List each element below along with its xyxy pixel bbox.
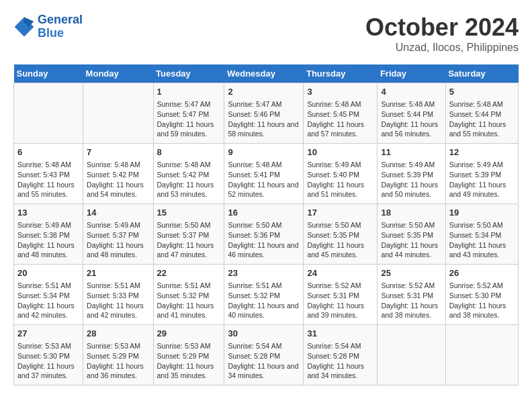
- calendar-cell: 18Sunrise: 5:50 AM Sunset: 5:35 PM Dayli…: [378, 204, 445, 265]
- calendar-cell: 24Sunrise: 5:52 AM Sunset: 5:31 PM Dayli…: [304, 265, 378, 325]
- day-number: 31: [307, 328, 373, 340]
- cell-content: Sunrise: 5:48 AM Sunset: 5:41 PM Dayligh…: [228, 160, 300, 199]
- calendar-cell: 22Sunrise: 5:51 AM Sunset: 5:32 PM Dayli…: [153, 265, 224, 325]
- header-cell-thursday: Thursday: [304, 64, 378, 83]
- calendar-cell: 11Sunrise: 5:49 AM Sunset: 5:39 PM Dayli…: [378, 144, 445, 204]
- calendar-cell: 20Sunrise: 5:51 AM Sunset: 5:34 PM Dayli…: [14, 265, 83, 325]
- week-row-4: 20Sunrise: 5:51 AM Sunset: 5:34 PM Dayli…: [14, 265, 519, 325]
- cell-content: Sunrise: 5:50 AM Sunset: 5:34 PM Dayligh…: [449, 220, 515, 260]
- calendar-cell: 8Sunrise: 5:48 AM Sunset: 5:42 PM Daylig…: [153, 144, 224, 204]
- logo-line2: Blue: [38, 26, 64, 40]
- cell-content: Sunrise: 5:53 AM Sunset: 5:30 PM Dayligh…: [17, 341, 79, 381]
- calendar-cell: 17Sunrise: 5:50 AM Sunset: 5:35 PM Dayli…: [304, 204, 378, 265]
- cell-content: Sunrise: 5:53 AM Sunset: 5:29 PM Dayligh…: [87, 341, 149, 381]
- cell-content: Sunrise: 5:50 AM Sunset: 5:37 PM Dayligh…: [157, 220, 221, 260]
- calendar-cell: 25Sunrise: 5:52 AM Sunset: 5:31 PM Dayli…: [378, 265, 445, 325]
- day-number: 6: [17, 146, 79, 158]
- cell-content: Sunrise: 5:52 AM Sunset: 5:31 PM Dayligh…: [381, 281, 441, 320]
- logo-icon: [13, 16, 35, 38]
- calendar-cell: 29Sunrise: 5:53 AM Sunset: 5:29 PM Dayli…: [153, 325, 224, 385]
- cell-content: Sunrise: 5:54 AM Sunset: 5:28 PM Dayligh…: [307, 341, 373, 381]
- calendar-cell: [378, 325, 445, 385]
- calendar-cell: 27Sunrise: 5:53 AM Sunset: 5:30 PM Dayli…: [14, 325, 83, 385]
- week-row-2: 6Sunrise: 5:48 AM Sunset: 5:43 PM Daylig…: [14, 144, 519, 204]
- cell-content: Sunrise: 5:48 AM Sunset: 5:42 PM Dayligh…: [157, 160, 221, 199]
- day-number: 4: [381, 86, 441, 98]
- day-number: 21: [87, 267, 149, 279]
- day-number: 10: [307, 146, 373, 158]
- calendar-cell: 5Sunrise: 5:48 AM Sunset: 5:44 PM Daylig…: [445, 83, 518, 144]
- day-number: 24: [307, 267, 373, 279]
- day-number: 29: [157, 328, 221, 340]
- day-number: 30: [228, 328, 300, 340]
- page-header: General Blue October 2024 Unzad, Ilocos,…: [13, 13, 519, 54]
- day-number: 28: [87, 328, 149, 340]
- page-title: October 2024: [365, 13, 519, 42]
- calendar-cell: 28Sunrise: 5:53 AM Sunset: 5:29 PM Dayli…: [83, 325, 153, 385]
- header-cell-wednesday: Wednesday: [224, 64, 304, 83]
- calendar-cell: [445, 325, 518, 385]
- cell-content: Sunrise: 5:50 AM Sunset: 5:36 PM Dayligh…: [228, 220, 300, 260]
- calendar-cell: 21Sunrise: 5:51 AM Sunset: 5:33 PM Dayli…: [83, 265, 153, 325]
- day-number: 25: [381, 267, 441, 279]
- header-cell-monday: Monday: [83, 64, 153, 83]
- cell-content: Sunrise: 5:51 AM Sunset: 5:34 PM Dayligh…: [17, 281, 79, 320]
- cell-content: Sunrise: 5:48 AM Sunset: 5:42 PM Dayligh…: [87, 160, 149, 199]
- calendar-cell: [14, 83, 83, 144]
- calendar-cell: 15Sunrise: 5:50 AM Sunset: 5:37 PM Dayli…: [153, 204, 224, 265]
- page-subtitle: Unzad, Ilocos, Philippines: [365, 42, 519, 54]
- day-number: 7: [87, 146, 149, 158]
- cell-content: Sunrise: 5:50 AM Sunset: 5:35 PM Dayligh…: [381, 220, 441, 260]
- cell-content: Sunrise: 5:47 AM Sunset: 5:47 PM Dayligh…: [157, 99, 221, 139]
- day-number: 13: [17, 207, 79, 219]
- cell-content: Sunrise: 5:49 AM Sunset: 5:39 PM Dayligh…: [449, 160, 515, 199]
- header-cell-tuesday: Tuesday: [153, 64, 224, 83]
- day-number: 1: [157, 86, 221, 98]
- header-cell-friday: Friday: [378, 64, 445, 83]
- calendar-cell: 14Sunrise: 5:49 AM Sunset: 5:37 PM Dayli…: [83, 204, 153, 265]
- week-row-5: 27Sunrise: 5:53 AM Sunset: 5:30 PM Dayli…: [14, 325, 519, 385]
- calendar-cell: 9Sunrise: 5:48 AM Sunset: 5:41 PM Daylig…: [224, 144, 304, 204]
- cell-content: Sunrise: 5:49 AM Sunset: 5:39 PM Dayligh…: [381, 160, 441, 199]
- calendar-cell: 12Sunrise: 5:49 AM Sunset: 5:39 PM Dayli…: [445, 144, 518, 204]
- title-block: October 2024 Unzad, Ilocos, Philippines: [365, 13, 519, 54]
- week-row-3: 13Sunrise: 5:49 AM Sunset: 5:38 PM Dayli…: [14, 204, 519, 265]
- cell-content: Sunrise: 5:48 AM Sunset: 5:44 PM Dayligh…: [449, 99, 515, 139]
- logo-text: General Blue: [38, 13, 83, 40]
- cell-content: Sunrise: 5:48 AM Sunset: 5:44 PM Dayligh…: [381, 99, 441, 139]
- cell-content: Sunrise: 5:47 AM Sunset: 5:46 PM Dayligh…: [228, 99, 300, 139]
- cell-content: Sunrise: 5:52 AM Sunset: 5:31 PM Dayligh…: [307, 281, 373, 320]
- cell-content: Sunrise: 5:49 AM Sunset: 5:38 PM Dayligh…: [17, 220, 79, 260]
- day-number: 20: [17, 267, 79, 279]
- cell-content: Sunrise: 5:48 AM Sunset: 5:45 PM Dayligh…: [307, 99, 373, 139]
- day-number: 16: [228, 207, 300, 219]
- cell-content: Sunrise: 5:53 AM Sunset: 5:29 PM Dayligh…: [157, 341, 221, 381]
- calendar-cell: 10Sunrise: 5:49 AM Sunset: 5:40 PM Dayli…: [304, 144, 378, 204]
- cell-content: Sunrise: 5:52 AM Sunset: 5:30 PM Dayligh…: [449, 281, 515, 320]
- cell-content: Sunrise: 5:49 AM Sunset: 5:37 PM Dayligh…: [87, 220, 149, 260]
- logo: General Blue: [13, 13, 83, 40]
- header-cell-saturday: Saturday: [445, 64, 518, 83]
- header-row: SundayMondayTuesdayWednesdayThursdayFrid…: [14, 64, 519, 83]
- calendar-cell: 1Sunrise: 5:47 AM Sunset: 5:47 PM Daylig…: [153, 83, 224, 144]
- day-number: 3: [307, 86, 373, 98]
- calendar-cell: 16Sunrise: 5:50 AM Sunset: 5:36 PM Dayli…: [224, 204, 304, 265]
- calendar-cell: 13Sunrise: 5:49 AM Sunset: 5:38 PM Dayli…: [14, 204, 83, 265]
- day-number: 23: [228, 267, 300, 279]
- day-number: 11: [381, 146, 441, 158]
- calendar-cell: 19Sunrise: 5:50 AM Sunset: 5:34 PM Dayli…: [445, 204, 518, 265]
- day-number: 19: [449, 207, 515, 219]
- header-cell-sunday: Sunday: [14, 64, 83, 83]
- week-row-1: 1Sunrise: 5:47 AM Sunset: 5:47 PM Daylig…: [14, 83, 519, 144]
- day-number: 17: [307, 207, 373, 219]
- calendar-cell: 23Sunrise: 5:51 AM Sunset: 5:32 PM Dayli…: [224, 265, 304, 325]
- calendar-cell: 30Sunrise: 5:54 AM Sunset: 5:28 PM Dayli…: [224, 325, 304, 385]
- day-number: 12: [449, 146, 515, 158]
- calendar-cell: 26Sunrise: 5:52 AM Sunset: 5:30 PM Dayli…: [445, 265, 518, 325]
- cell-content: Sunrise: 5:51 AM Sunset: 5:33 PM Dayligh…: [87, 281, 149, 320]
- calendar-cell: [83, 83, 153, 144]
- day-number: 5: [449, 86, 515, 98]
- calendar-table: SundayMondayTuesdayWednesdayThursdayFrid…: [13, 64, 519, 385]
- cell-content: Sunrise: 5:48 AM Sunset: 5:43 PM Dayligh…: [17, 160, 79, 199]
- calendar-cell: 3Sunrise: 5:48 AM Sunset: 5:45 PM Daylig…: [304, 83, 378, 144]
